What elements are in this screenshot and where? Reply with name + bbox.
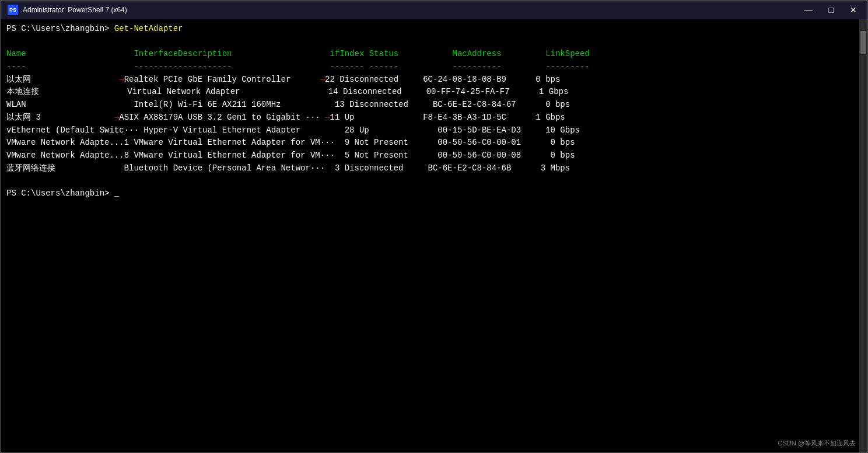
row-wlan: WLAN Intel(R) Wi-Fi 6E AX211 160MHz 13 D… bbox=[6, 100, 570, 109]
ps-logo: PS bbox=[8, 5, 18, 15]
powershell-icon: PS bbox=[8, 5, 18, 15]
row-vmware8: VMware Network Adapte...8 VMware Virtual… bbox=[6, 151, 575, 160]
col-header-name: Name InterfaceDescription ifIndex Status… bbox=[6, 49, 590, 58]
title-bar: PS Administrator: PowerShell 7 (x64) — □… bbox=[1, 1, 867, 19]
powershell-window: PS Administrator: PowerShell 7 (x64) — □… bbox=[0, 0, 868, 453]
scrollbar[interactable] bbox=[859, 19, 867, 452]
watermark: CSDN @等风来不如迎风去 bbox=[778, 439, 856, 448]
window-controls: — □ ✕ bbox=[801, 4, 860, 16]
scrollbar-thumb[interactable] bbox=[860, 31, 866, 54]
terminal-output: PS C:\Users\zhangbin> Get-NetAdapter Nam… bbox=[6, 23, 853, 200]
maximize-button[interactable]: □ bbox=[825, 4, 837, 16]
title-bar-left: PS Administrator: PowerShell 7 (x64) bbox=[8, 5, 127, 15]
row-local: 本地连接 Virtual Network Adapter 14 Disconne… bbox=[6, 87, 568, 96]
minimize-button[interactable]: — bbox=[801, 4, 816, 16]
row-ethernet3: 以太网 3 →ASIX AX88179A USB 3.2 Gen1 to Gig… bbox=[6, 113, 565, 122]
prompt-2: PS C:\Users\zhangbin> _ bbox=[6, 189, 119, 198]
terminal-area[interactable]: PS C:\Users\zhangbin> Get-NetAdapter Nam… bbox=[1, 19, 867, 452]
row-bluetooth: 蓝牙网络连接 Bluetooth Device (Personal Area N… bbox=[6, 163, 570, 173]
command-text: Get-NetAdapter bbox=[114, 24, 183, 33]
row-ethernet: 以太网 →Realtek PCIe GbE Family Controller … bbox=[6, 75, 560, 84]
row-vethernet: vEthernet (Default Switc··· Hyper-V Virt… bbox=[6, 126, 580, 135]
terminal-content: PS C:\Users\zhangbin> Get-NetAdapter Nam… bbox=[6, 23, 853, 200]
prompt-1: PS C:\Users\zhangbin> bbox=[6, 24, 114, 33]
close-button[interactable]: ✕ bbox=[846, 4, 860, 16]
row-vmware1: VMware Network Adapte...1 VMware Virtual… bbox=[6, 138, 575, 147]
window-title: Administrator: PowerShell 7 (x64) bbox=[23, 6, 127, 14]
col-header-dashes: ---- -------------------- ------- ------… bbox=[6, 62, 590, 71]
